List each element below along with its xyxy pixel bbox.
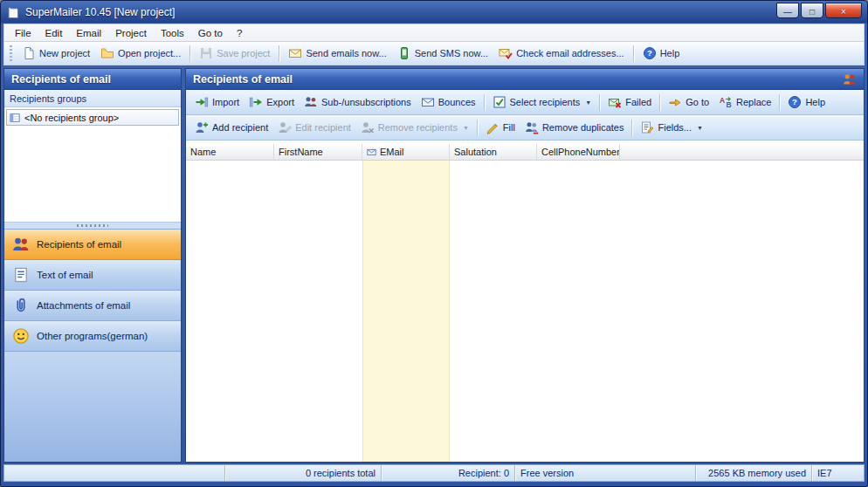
help-icon: ?: [643, 46, 657, 60]
recipients-help-button[interactable]: ? Help: [783, 93, 830, 111]
column-header-cellphone[interactable]: CellPhoneNumber: [537, 144, 620, 160]
remove-recipients-icon: [361, 120, 375, 134]
content-area: Recipients of email Recipients groups <N…: [3, 68, 865, 463]
remove-duplicates-icon: [525, 120, 539, 134]
menu-email[interactable]: Email: [69, 26, 108, 40]
window-controls: — □ ×: [776, 3, 862, 18]
failed-icon: [608, 95, 622, 109]
toolbar-grip[interactable]: [10, 45, 12, 61]
column-header-name[interactable]: Name: [186, 144, 274, 160]
status-bar: 0 recipients total Recipient: 0 Free ver…: [3, 464, 865, 482]
window-title: SuperMailer 10.45 [New project]: [25, 6, 771, 18]
main-panel: Recipients of email Import: [185, 68, 865, 463]
menu-help[interactable]: ?: [230, 26, 249, 40]
new-project-icon: [22, 46, 36, 60]
toolbar-separator: [633, 45, 634, 62]
group-item-no-group[interactable]: <No recipients group>: [6, 109, 179, 126]
replace-button[interactable]: A B Replace: [714, 93, 775, 111]
menu-tools[interactable]: Tools: [154, 26, 191, 40]
add-recipient-button[interactable]: Add recipient: [190, 119, 272, 136]
title-bar[interactable]: SuperMailer 10.45 [New project] — □ ×: [3, 1, 865, 24]
import-icon: [195, 95, 209, 109]
recipients-toolbar-row2: Add recipient Edit recipient Remove reci…: [186, 115, 864, 141]
toolbar-separator: [631, 120, 632, 136]
send-sms-button[interactable]: Send SMS now...: [393, 45, 493, 62]
email-column-highlight: [362, 161, 450, 462]
fields-icon: [640, 120, 654, 134]
app-window: SuperMailer 10.45 [New project] — □ × Fi…: [0, 0, 868, 487]
menu-project[interactable]: Project: [108, 26, 154, 40]
sub-unsubscriptions-button[interactable]: Sub-/unsubscriptions: [300, 93, 416, 111]
sidebar-header: Recipients of email: [4, 69, 181, 90]
sidebar-item-text[interactable]: Text of email: [4, 260, 181, 291]
column-header-firstname[interactable]: FirstName: [274, 144, 362, 160]
menu-goto[interactable]: Go to: [191, 26, 230, 40]
send-emails-icon: [288, 46, 302, 60]
menu-edit[interactable]: Edit: [38, 26, 70, 40]
edit-recipient-button: Edit recipient: [273, 119, 355, 136]
send-sms-icon: [397, 46, 411, 60]
save-project-icon: [199, 46, 213, 60]
app-icon[interactable]: [6, 5, 20, 19]
paperclip-icon: [12, 297, 30, 314]
toolbar-separator: [279, 45, 279, 62]
help-button[interactable]: ? Help: [638, 45, 685, 62]
recipients-groups-label: Recipients groups: [4, 90, 181, 107]
main-header: Recipients of email: [186, 69, 864, 90]
sidebar-filler: [4, 352, 181, 463]
chevron-down-icon[interactable]: ▼: [585, 99, 591, 106]
column-header-salutation[interactable]: Salutation: [450, 144, 537, 160]
group-icon: [10, 113, 20, 123]
sidebar-item-recipients[interactable]: Recipients of email: [4, 230, 181, 260]
sub-unsub-icon: [304, 95, 318, 109]
fill-button[interactable]: Fill: [481, 119, 520, 136]
open-project-button[interactable]: Open project...: [96, 45, 185, 62]
help-icon: ?: [788, 95, 802, 109]
replace-icon: A B: [719, 95, 733, 109]
save-project-button: Save project: [195, 45, 274, 62]
column-header-email[interactable]: EMail: [362, 144, 450, 160]
failed-button[interactable]: Failed: [603, 93, 656, 111]
recipients-table-body[interactable]: [186, 161, 864, 462]
import-button[interactable]: Import: [190, 93, 244, 111]
text-icon: [12, 266, 30, 284]
goto-icon: [668, 95, 682, 109]
export-button[interactable]: Export: [245, 93, 299, 111]
sidebar-item-other-programs[interactable]: Other programs(german): [4, 321, 181, 352]
toolbar-separator: [659, 94, 660, 111]
close-button[interactable]: ×: [825, 3, 862, 18]
check-addresses-button[interactable]: Check email addresses...: [494, 45, 629, 62]
toolbar-separator: [477, 120, 478, 136]
maximize-button[interactable]: □: [801, 3, 823, 18]
open-project-icon: [100, 46, 114, 60]
menu-file[interactable]: File: [8, 26, 38, 40]
chevron-down-icon: ▼: [463, 125, 469, 131]
new-project-button[interactable]: New project: [17, 45, 94, 62]
remove-recipients-button: Remove recipients ▼: [356, 119, 473, 136]
recipients-groups-list: <No recipients group>: [4, 107, 181, 222]
minimize-button[interactable]: —: [776, 3, 799, 18]
toolbar-separator: [484, 94, 485, 111]
fill-icon: [486, 120, 499, 134]
add-recipient-icon: [195, 120, 209, 134]
menu-bar: File Edit Email Project Tools Go to ?: [3, 24, 865, 42]
sidebar: Recipients of email Recipients groups <N…: [3, 68, 182, 463]
status-memory: 2565 KB memory used: [696, 465, 812, 481]
bounces-button[interactable]: Bounces: [417, 93, 480, 111]
sidebar-item-attachments[interactable]: Attachments of email: [4, 291, 181, 321]
fields-button[interactable]: Fields... ▼: [636, 119, 706, 136]
main-header-title: Recipients of email: [193, 73, 293, 86]
svg-text:B: B: [727, 100, 732, 109]
check-addresses-icon: [499, 46, 513, 60]
main-toolbar: New project Open project... Save project: [3, 42, 865, 65]
select-recipients-button[interactable]: Select recipients ▼: [488, 93, 596, 111]
select-recipients-icon: [493, 95, 506, 109]
sidebar-splitter[interactable]: [4, 222, 181, 230]
edit-recipient-icon: [278, 120, 292, 134]
bounces-icon: [421, 95, 435, 109]
goto-button[interactable]: Go to: [664, 93, 713, 111]
chevron-down-icon[interactable]: ▼: [697, 125, 703, 131]
send-emails-button[interactable]: Send emails now...: [284, 45, 390, 62]
remove-duplicates-button[interactable]: Remove duplicates: [520, 119, 629, 136]
recipients-table-header: Name FirstName EMail Salutation CellPhon: [186, 144, 864, 161]
